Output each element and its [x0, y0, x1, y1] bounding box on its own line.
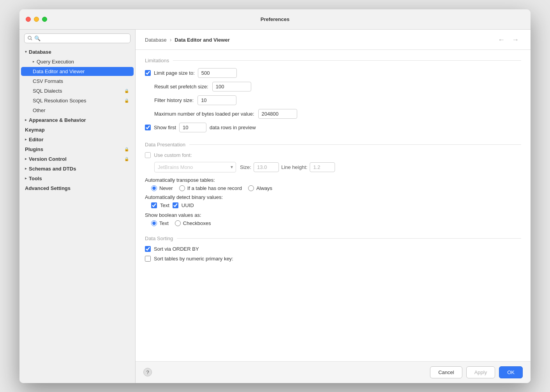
breadcrumb-separator: › — [170, 37, 172, 43]
line-height-input[interactable] — [310, 162, 335, 172]
sidebar-item-label: Other — [33, 107, 46, 113]
chevron-right-icon: ▸ — [25, 167, 27, 171]
show-first-checkbox[interactable] — [145, 125, 151, 130]
transpose-always-item[interactable]: Always — [248, 185, 272, 191]
binary-uuid-label: UUID — [182, 202, 194, 208]
font-select-wrapper: JetBrains Mono — [154, 162, 236, 172]
sort-order-by-row: Sort via ORDER BY — [145, 246, 521, 252]
back-button[interactable]: ← — [495, 35, 507, 45]
binary-label: Automatically detect binary values: — [145, 194, 521, 200]
sidebar-item-data-editor[interactable]: Data Editor and Viewer — [21, 67, 134, 76]
transpose-always-radio[interactable] — [248, 185, 254, 191]
result-set-row: Result set prefetch size: — [145, 82, 521, 91]
transpose-never-label: Never — [159, 185, 173, 191]
line-height-label: Line height: — [281, 164, 307, 170]
boolean-text-item[interactable]: Text — [151, 220, 169, 226]
forward-button[interactable]: → — [509, 35, 521, 45]
sidebar-item-schemas-dtds[interactable]: ▸ Schemas and DTDs — [21, 164, 134, 173]
sidebar-item-editor[interactable]: ▸ Editor — [21, 135, 134, 144]
panel-header: Database › Data Editor and Viewer ← → — [136, 30, 531, 50]
transpose-never-item[interactable]: Never — [151, 185, 173, 191]
sidebar-item-label: Database — [29, 49, 51, 55]
font-select-row: JetBrains Mono Size: Line height: — [154, 162, 521, 172]
search-input[interactable] — [34, 35, 127, 41]
lock-icon: 🔒 — [124, 89, 129, 93]
panel-body: Limitations Limit page size to: Result s… — [136, 50, 531, 361]
limitations-section: Limitations Limit page size to: Result s… — [145, 58, 521, 132]
data-sorting-title: Data Sorting — [145, 236, 521, 241]
boolean-text-radio[interactable] — [151, 220, 157, 226]
binary-text-checkbox[interactable] — [151, 202, 157, 208]
svg-point-0 — [28, 36, 31, 39]
size-input[interactable] — [254, 162, 279, 172]
transpose-always-label: Always — [256, 185, 272, 191]
maximize-button[interactable] — [42, 17, 47, 22]
help-button[interactable]: ? — [143, 368, 152, 376]
boolean-checkboxes-radio[interactable] — [175, 220, 181, 226]
sidebar-item-label: SQL Resolution Scopes — [33, 98, 86, 104]
apply-button[interactable]: Apply — [466, 366, 495, 378]
max-bytes-label: Maximum number of bytes loaded per value… — [154, 111, 254, 117]
boolean-radio-group: Text Checkboxes — [151, 220, 521, 226]
transpose-one-record-radio[interactable] — [179, 185, 185, 191]
limit-page-size-input[interactable] — [198, 68, 237, 78]
limit-page-size-checkbox[interactable] — [145, 70, 151, 76]
sidebar-item-label: Version Control — [29, 156, 67, 162]
sort-order-by-checkbox[interactable] — [145, 246, 151, 252]
window-title: Preferences — [261, 16, 289, 22]
max-bytes-input[interactable] — [258, 109, 297, 119]
sidebar-item-label: Schemas and DTDs — [29, 166, 76, 172]
filter-history-row: Filter history size: — [145, 95, 521, 105]
sidebar-item-sql-resolution[interactable]: SQL Resolution Scopes 🔒 — [21, 96, 134, 105]
show-first-prefix-label: Show first — [154, 125, 176, 130]
cancel-button[interactable]: Cancel — [430, 366, 462, 378]
ok-button[interactable]: OK — [499, 366, 523, 378]
sidebar: ▾ Database ▸ Query Execution Data Editor… — [19, 30, 136, 383]
search-box[interactable] — [24, 33, 130, 43]
result-set-label: Result set prefetch size: — [154, 84, 208, 90]
data-presentation-section: Data Presentation Use custom font: JetBr… — [145, 142, 521, 226]
sort-numeric-checkbox[interactable] — [145, 256, 151, 262]
sidebar-item-advanced-settings[interactable]: Advanced Settings — [21, 184, 134, 193]
sidebar-item-version-control[interactable]: ▸ Version Control 🔒 — [21, 155, 134, 163]
data-sorting-section: Data Sorting Sort via ORDER BY Sort tabl… — [145, 236, 521, 262]
sidebar-item-query-execution[interactable]: ▸ Query Execution — [21, 57, 134, 66]
search-icon — [28, 36, 32, 40]
titlebar: Preferences — [19, 9, 531, 30]
sidebar-item-database[interactable]: ▾ Database — [21, 47, 134, 56]
transpose-never-radio[interactable] — [151, 185, 157, 191]
main-content: ▾ Database ▸ Query Execution Data Editor… — [19, 30, 531, 383]
right-panel: Database › Data Editor and Viewer ← → Li… — [136, 30, 531, 383]
filter-history-input[interactable] — [197, 95, 236, 105]
show-first-row: Show first data rows in preview — [145, 123, 521, 132]
sidebar-item-label: SQL Dialects — [33, 88, 62, 94]
boolean-checkboxes-label: Checkboxes — [183, 220, 211, 226]
binary-uuid-checkbox[interactable] — [173, 202, 178, 208]
result-set-input[interactable] — [212, 82, 251, 91]
sidebar-item-sql-dialects[interactable]: SQL Dialects 🔒 — [21, 86, 134, 95]
breadcrumb-parent: Database — [145, 37, 167, 43]
transpose-label: Automatically transpose tables: — [145, 177, 521, 183]
sidebar-item-tools[interactable]: ▸ Tools — [21, 174, 134, 183]
show-first-input[interactable] — [179, 123, 206, 132]
close-button[interactable] — [26, 17, 31, 22]
sidebar-item-label: Tools — [29, 176, 42, 181]
binary-text-label: Text — [160, 202, 169, 208]
sidebar-item-label: Data Editor and Viewer — [33, 69, 85, 74]
sidebar-item-plugins[interactable]: Plugins 🔒 — [21, 145, 134, 154]
chevron-right-icon: ▸ — [25, 176, 27, 180]
limit-page-size-row: Limit page size to: — [145, 68, 521, 78]
sidebar-item-csv-formats[interactable]: CSV Formats — [21, 77, 134, 86]
sidebar-item-appearance[interactable]: ▸ Appearance & Behavior — [21, 116, 134, 125]
custom-font-checkbox[interactable] — [145, 152, 151, 158]
sort-numeric-label: Sort tables by numeric primary key: — [154, 256, 233, 262]
limitations-title: Limitations — [145, 58, 521, 63]
font-select[interactable]: JetBrains Mono — [154, 162, 236, 172]
boolean-checkboxes-item[interactable]: Checkboxes — [175, 220, 211, 226]
sidebar-item-other[interactable]: Other — [21, 106, 134, 115]
minimize-button[interactable] — [34, 17, 39, 22]
sidebar-item-keymap[interactable]: Keymap — [21, 125, 134, 134]
chevron-right-icon: ▸ — [25, 137, 27, 141]
breadcrumb-current: Data Editor and Viewer — [175, 37, 229, 43]
transpose-one-record-item[interactable]: If a table has one record — [179, 185, 242, 191]
